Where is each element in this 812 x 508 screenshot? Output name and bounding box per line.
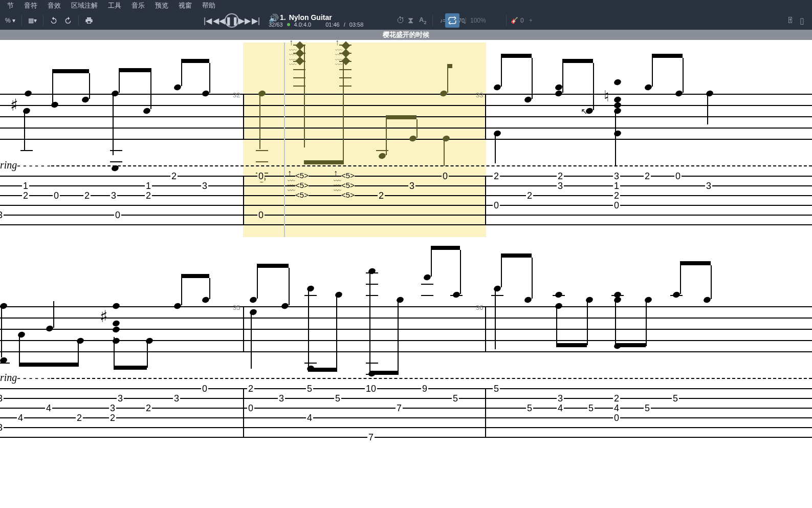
fret-number[interactable]: 3	[0, 210, 4, 221]
harmonic-fret[interactable]: <5>	[341, 181, 355, 189]
fret-number[interactable]: 3	[201, 181, 208, 192]
fretboard-tool[interactable]: 🎸 0 +	[504, 15, 533, 26]
fret-number[interactable]: 0	[201, 384, 208, 394]
fret-value: 0	[520, 17, 524, 24]
fret-number[interactable]: 9	[421, 384, 428, 394]
harmonic-fret[interactable]: <5>	[295, 171, 309, 180]
fret-number[interactable]: 5	[644, 403, 651, 414]
undo-button[interactable]	[48, 14, 60, 27]
goto-end-button[interactable]: ▶|	[250, 15, 261, 26]
menu-effect[interactable]: 音效	[42, 0, 66, 11]
countdown-icon[interactable]: ⧗	[408, 16, 417, 25]
fret-number[interactable]: 2	[22, 190, 29, 201]
zoom-dropdown[interactable]: % ▾	[3, 14, 17, 27]
fret-number[interactable]: 0	[613, 200, 620, 211]
fret-number[interactable]: 2	[170, 171, 178, 182]
panel-toggle-icon[interactable]: ▯	[800, 16, 809, 25]
menu-measure[interactable]: 节	[2, 0, 19, 11]
fret-number[interactable]: 2	[378, 190, 385, 201]
fret-number[interactable]: 2	[526, 190, 533, 201]
fret-number[interactable]: 0	[442, 171, 449, 182]
menu-region-annotation[interactable]: 区域注解	[66, 0, 103, 11]
menu-help[interactable]: 帮助	[197, 0, 221, 11]
fast-forward-button[interactable]: ▶▶	[239, 15, 250, 26]
fret-number[interactable]: 3	[408, 181, 415, 192]
fret-number[interactable]: 5	[493, 384, 500, 394]
print-button[interactable]	[83, 14, 95, 27]
bar-number-33: 33	[476, 91, 483, 99]
fret-number[interactable]: 5	[306, 384, 313, 394]
fret-number[interactable]: 5	[672, 393, 679, 404]
loop-button[interactable]	[445, 13, 459, 28]
pause-button[interactable]: ❚❚	[225, 13, 239, 28]
plus-icon[interactable]: +	[529, 17, 533, 24]
menu-preview[interactable]: 预览	[150, 0, 173, 11]
fret-number[interactable]: 0	[613, 413, 620, 424]
fret-number[interactable]: 2	[247, 384, 254, 394]
fret-number[interactable]: 2	[493, 171, 500, 182]
fret-number[interactable]: 3	[110, 190, 117, 201]
track-info: 🔊 1. Nylon Guitar 32/63 4.0:4.0 01:46 / …	[269, 13, 391, 28]
fret-number[interactable]: 2	[613, 393, 620, 404]
harmonic-fret[interactable]: <5>	[341, 190, 355, 199]
fret-number[interactable]: 3	[278, 393, 285, 404]
fret-number[interactable]: 3	[0, 422, 4, 433]
fret-number[interactable]: 0	[257, 171, 265, 182]
fret-number[interactable]: 0	[53, 190, 60, 201]
fret-number[interactable]: 2	[613, 190, 620, 201]
harmonic-fret[interactable]: <5>	[341, 171, 355, 180]
fret-number[interactable]: 4	[613, 403, 620, 414]
fret-number[interactable]: 5	[587, 403, 595, 414]
fret-number[interactable]: 7	[396, 403, 403, 414]
fret-number[interactable]: 1	[613, 181, 620, 192]
fret-number[interactable]: 0	[493, 200, 500, 211]
fret-number[interactable]: 3	[109, 403, 116, 414]
fret-number[interactable]: 3	[117, 393, 124, 404]
fret-number[interactable]: 1	[145, 181, 152, 192]
fret-number[interactable]: 5	[334, 393, 341, 404]
tempo-percent: 100%	[470, 17, 486, 24]
menu-window[interactable]: 视窗	[173, 0, 197, 11]
fret-number[interactable]: 3	[557, 181, 564, 192]
harmonic-fret[interactable]: <5>	[295, 181, 309, 189]
fret-number[interactable]: 4	[557, 403, 564, 414]
fret-number[interactable]: 5	[526, 403, 533, 414]
fret-number[interactable]: 2	[83, 190, 91, 201]
fret-number[interactable]: 2	[76, 413, 83, 424]
fret-number[interactable]: 2	[109, 413, 116, 424]
fret-number[interactable]: 5	[452, 393, 459, 404]
fret-number[interactable]: 4	[306, 413, 313, 424]
fret-number[interactable]: 3	[557, 393, 564, 404]
menu-music[interactable]: 音乐	[126, 0, 150, 11]
fret-number[interactable]: 1	[22, 181, 29, 192]
tempo-control[interactable]: ♩ 100%	[463, 16, 486, 26]
fret-number[interactable]: 2	[644, 171, 651, 182]
goto-start-button[interactable]: |◀	[202, 15, 213, 26]
fret-number[interactable]: 3	[613, 171, 620, 182]
fret-number[interactable]: 2	[145, 403, 152, 414]
fret-number[interactable]: 3	[0, 393, 4, 404]
rewind-button[interactable]: ◀◀	[213, 15, 225, 26]
redo-button[interactable]	[62, 14, 74, 27]
menu-tools[interactable]: 工具	[103, 0, 126, 11]
fret-number[interactable]: 4	[17, 413, 24, 424]
score-area[interactable]: ring- - - - - - 32 33 ↖ ♯	[0, 40, 812, 508]
fret-number[interactable]: 3	[705, 181, 712, 192]
fret-number[interactable]: 3	[173, 393, 180, 404]
metronome-icon[interactable]: ⏱	[397, 16, 406, 25]
harmonic-fret[interactable]: <5>	[295, 190, 309, 199]
menu-note[interactable]: 音符	[19, 0, 42, 11]
fret-number[interactable]: 4	[45, 403, 52, 414]
fret-number[interactable]: 10	[365, 384, 377, 394]
ring-dash	[51, 165, 812, 166]
fret-number[interactable]: 0	[114, 210, 121, 221]
a-label[interactable]: A2	[419, 16, 428, 25]
layout-dropdown[interactable]: ▦ ▾	[26, 14, 39, 27]
fret-number[interactable]: 2	[145, 190, 152, 201]
fret-number[interactable]: 0	[247, 403, 254, 414]
fret-number[interactable]: 0	[674, 171, 682, 182]
mixer-icon[interactable]: 🎚	[786, 16, 796, 25]
fret-number[interactable]: 2	[557, 171, 564, 182]
fret-number[interactable]: 0	[257, 210, 265, 221]
fret-number[interactable]: 7	[367, 432, 375, 443]
